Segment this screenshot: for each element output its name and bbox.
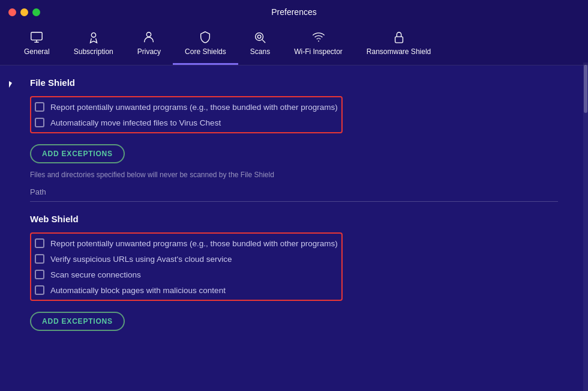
- nav-label-scans: Scans: [250, 47, 270, 56]
- titlebar-buttons[interactable]: [8, 8, 40, 16]
- nav-bar: General Subscription Privacy Core Shield…: [0, 24, 588, 65]
- shield-icon: [198, 30, 212, 44]
- window-title: Preferences: [271, 7, 316, 17]
- checkbox-box-scan-secure[interactable]: [35, 270, 44, 279]
- nav-item-privacy[interactable]: Privacy: [125, 24, 173, 65]
- checkbox-label-auto-move-file: Automatically move infected files to Vir…: [50, 118, 221, 127]
- web-shield-highlight-box: Report potentially unwanted programs (e.…: [30, 232, 343, 301]
- checkbox-label-verify-urls: Verify suspicious URLs using Avast's clo…: [50, 255, 232, 264]
- cursor: [9, 81, 15, 91]
- file-shield-path-section: Path: [30, 187, 558, 202]
- nav-label-subscription: Subscription: [74, 47, 113, 56]
- nav-label-ransomware-shield: Ransomware Shield: [367, 47, 431, 56]
- checkbox-block-malicious[interactable]: Automatically block pages with malicious…: [35, 285, 338, 295]
- web-shield-section: Web Shield Report potentially unwanted p…: [30, 214, 558, 338]
- badge-icon: [86, 30, 101, 44]
- scrollbar[interactable]: [583, 62, 588, 391]
- svg-point-5: [256, 33, 263, 41]
- file-shield-exceptions-desc: Files and directories specified below wi…: [30, 171, 558, 179]
- file-shield-section: File Shield Report potentially unwanted …: [30, 77, 558, 202]
- nav-item-ransomware-shield[interactable]: Ransomware Shield: [355, 24, 443, 65]
- checkbox-box-report-pup-web[interactable]: [35, 238, 44, 248]
- person-icon: [142, 30, 156, 44]
- checkbox-label-report-pup-file: Report potentially unwanted programs (e.…: [50, 103, 338, 112]
- svg-point-4: [147, 32, 151, 37]
- nav-item-core-shields[interactable]: Core Shields: [173, 24, 238, 65]
- lock-icon: [392, 30, 406, 44]
- nav-item-subscription[interactable]: Subscription: [62, 24, 125, 65]
- nav-item-general[interactable]: General: [12, 24, 62, 65]
- checkbox-box-verify-urls[interactable]: [35, 254, 44, 264]
- checkbox-label-block-malicious: Automatically block pages with malicious…: [50, 286, 226, 295]
- nav-item-scans[interactable]: Scans: [238, 24, 282, 65]
- close-button[interactable]: [8, 8, 16, 16]
- main-content: File Shield Report potentially unwanted …: [0, 65, 588, 391]
- svg-line-6: [263, 40, 266, 43]
- path-label: Path: [30, 187, 558, 201]
- svg-rect-0: [31, 32, 42, 40]
- titlebar: Preferences: [0, 0, 588, 24]
- file-shield-add-exceptions-button[interactable]: ADD EXCEPTIONS: [30, 144, 125, 163]
- checkbox-verify-urls[interactable]: Verify suspicious URLs using Avast's clo…: [35, 254, 338, 264]
- checkbox-auto-move-file[interactable]: Automatically move infected files to Vir…: [35, 118, 338, 127]
- maximize-button[interactable]: [32, 8, 40, 16]
- svg-point-3: [91, 33, 95, 37]
- checkbox-box-auto-move-file[interactable]: [35, 118, 44, 127]
- checkbox-label-scan-secure: Scan secure connections: [50, 270, 141, 279]
- svg-rect-9: [395, 37, 403, 43]
- nav-label-core-shields: Core Shields: [185, 47, 226, 56]
- svg-point-8: [318, 41, 319, 42]
- nav-label-general: General: [24, 47, 50, 56]
- checkbox-box-report-pup-file[interactable]: [35, 102, 44, 112]
- nav-label-privacy: Privacy: [137, 47, 161, 56]
- scan-icon: [253, 30, 267, 44]
- monitor-icon: [29, 30, 44, 44]
- file-shield-highlight-box: Report potentially unwanted programs (e.…: [30, 96, 343, 133]
- svg-point-7: [258, 35, 262, 38]
- nav-label-wifi-inspector: Wi-Fi Inspector: [294, 47, 343, 56]
- minimize-button[interactable]: [20, 8, 28, 16]
- wifi-icon: [311, 30, 326, 44]
- web-shield-title: Web Shield: [30, 214, 558, 224]
- path-divider: [30, 201, 558, 202]
- scrollbar-thumb[interactable]: [584, 65, 587, 113]
- nav-item-wifi-inspector[interactable]: Wi-Fi Inspector: [282, 24, 355, 65]
- checkbox-box-block-malicious[interactable]: [35, 285, 44, 295]
- checkbox-scan-secure[interactable]: Scan secure connections: [35, 270, 338, 279]
- checkbox-label-report-pup-web: Report potentially unwanted programs (e.…: [50, 239, 338, 248]
- file-shield-title: File Shield: [30, 77, 558, 88]
- checkbox-report-pup-file[interactable]: Report potentially unwanted programs (e.…: [35, 102, 338, 112]
- web-shield-add-exceptions-button[interactable]: ADD EXCEPTIONS: [30, 312, 125, 331]
- checkbox-report-pup-web[interactable]: Report potentially unwanted programs (e.…: [35, 238, 338, 248]
